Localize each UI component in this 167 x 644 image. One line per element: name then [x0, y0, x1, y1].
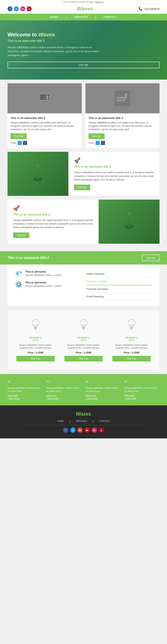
- top-bar-link[interactable]: cliquez ici: [95, 1, 104, 3]
- cta-bar-title: This is an awesome title 2: [8, 256, 49, 260]
- pinterest-icon[interactable]: p: [27, 6, 32, 11]
- testimonial-2-text: Hacque adfabilitate confisus eadem po st…: [46, 386, 82, 393]
- product-2-desc: Hacque adfabilitate confisus eadem postr…: [64, 344, 103, 350]
- testimonial-3-link[interactable]: stide fecers: [85, 394, 96, 396]
- footer-pinterest-icon[interactable]: p: [99, 428, 104, 433]
- svg-rect-28: [82, 327, 85, 328]
- lightbulb-svg-2: [79, 318, 88, 332]
- card-2: This is an awesome title 2 Hacque adfabi…: [85, 83, 160, 148]
- svg-rect-5: [46, 98, 48, 100]
- nav-services[interactable]: SERVICES: [74, 16, 88, 18]
- product-3-buy-button[interactable]: Buy Now: [112, 356, 151, 362]
- service-list-corporate[interactable]: Corporate Training: [86, 278, 152, 285]
- share-twitter-icon[interactable]: t: [18, 141, 22, 145]
- service-1-body: Hacque adfabilitate confisu s eadem: [25, 274, 61, 276]
- cta-bar: This is an awesome title 2 Click Me: [0, 251, 167, 264]
- svg-rect-8: [119, 96, 119, 102]
- feature-2-body: Hacque adfabilitate confisus cum eadem p…: [13, 218, 93, 230]
- feature-1-image: [8, 152, 68, 196]
- nav-home[interactable]: HOME: [50, 16, 58, 18]
- card-1-cta[interactable]: Click Me: [11, 134, 27, 139]
- instagram-icon[interactable]: in: [20, 6, 25, 11]
- footer-social: f t G ▶ in p: [8, 428, 159, 433]
- testimonial-1-link[interactable]: stide fecers: [8, 394, 18, 396]
- feature-1-content: 🚀 This is an awesome title 2 Hacque adfa…: [68, 152, 159, 196]
- svg-rect-9: [121, 96, 121, 102]
- footer-youtube-icon[interactable]: ▶: [85, 428, 90, 433]
- product-1-desc: Hacque adfabilitate confisus eadem postr…: [16, 344, 55, 350]
- testimonial-4-link[interactable]: stide fecers: [124, 394, 135, 396]
- facebook-icon[interactable]: f: [8, 6, 13, 11]
- feature-1-cta[interactable]: Click Me: [74, 184, 90, 190]
- share-label-2: Share: [88, 142, 94, 144]
- card-2-body: This is an awesome title 2 Hacque adfabi…: [85, 113, 160, 148]
- card-1-text: Hacque adfabilitate confisus cum eadem p…: [11, 121, 79, 131]
- product-1-title: Product 1 ????: [16, 336, 55, 342]
- feature-row-2: 🚀 This is an awesome title 2 Hacque adfa…: [8, 200, 159, 244]
- testimonial-2-author: - Peter Smith: [46, 397, 58, 400]
- product-2: Product 1 ???? Hacque adfabilitate confi…: [61, 316, 106, 365]
- card-2-title: This is an awesome title 2: [88, 116, 157, 120]
- footer-nav-home[interactable]: HOME: [57, 420, 64, 423]
- footer-nav-services[interactable]: SERVICES: [76, 420, 87, 423]
- footer: Wazes HOME | SERVICES | CONTACT f t G ▶ …: [0, 406, 167, 438]
- hero-subtitle: This is an awesome title 2: [8, 39, 159, 42]
- share-facebook-icon[interactable]: f: [23, 141, 27, 145]
- laptop-svg: [37, 91, 52, 106]
- feature-2-cta[interactable]: Click Me: [13, 232, 29, 238]
- quote-mark-2: ": [46, 380, 82, 386]
- product-3-price: Price : 1.200$: [112, 351, 151, 354]
- product-3-title: Product 1 ????: [112, 336, 151, 342]
- main-section: This is an awesome title 2 Hacque adfabi…: [0, 80, 167, 251]
- svg-rect-37: [130, 329, 132, 330]
- quote-mark-1: ": [8, 380, 43, 386]
- share-facebook-2-icon[interactable]: f: [101, 141, 105, 145]
- hero-body: Hacque adfabilitate confisus eadem postr…: [8, 46, 101, 57]
- header-phone: 📞 +012345678: [138, 7, 159, 11]
- service-list-financial[interactable]: Financial consulting: [86, 285, 152, 293]
- svg-rect-22: [34, 328, 37, 329]
- nav-contact[interactable]: CONTACT: [104, 16, 117, 18]
- footer-twitter-icon[interactable]: t: [70, 428, 76, 433]
- card-2-cta[interactable]: Click Me: [88, 134, 105, 139]
- cta-bar-button[interactable]: Click Me: [142, 254, 159, 261]
- footer-nav-contact[interactable]: CONTACT: [99, 420, 110, 423]
- svg-line-39: [133, 320, 133, 321]
- top-bar: Pour consulter la version en ligne, cliq…: [0, 0, 167, 4]
- testimonial-3-author: - Peter Smith: [85, 397, 97, 400]
- testimonial-3: " Hacque adfabilitate confisus eadem po …: [85, 380, 121, 400]
- svg-rect-7: [117, 96, 118, 102]
- main-nav: HOME | SERVICES | CONTACT: [0, 14, 167, 20]
- hero-section: Welcome to Waves This is an awesome titl…: [0, 20, 167, 80]
- service-list-email[interactable]: Email Marketing: [86, 293, 152, 300]
- footer-google-icon[interactable]: G: [77, 428, 83, 433]
- testimonials-section: " Hacque adfabilitate confisus eadem po …: [0, 374, 167, 406]
- share-twitter-2-icon[interactable]: t: [96, 141, 100, 145]
- testimonial-4-text: Hacque adfabilitate confisus eadem po st…: [124, 386, 159, 393]
- testimonial-2-link[interactable]: stide fecers: [46, 394, 57, 396]
- svg-rect-35: [130, 327, 133, 328]
- service-1-title: This is awesome: [25, 270, 61, 273]
- product-1-buy-button[interactable]: Buy Now: [16, 356, 55, 362]
- svg-line-40: [129, 320, 130, 321]
- feature-1-body: Hacque adfabilitate confisus cum eadem p…: [74, 171, 154, 182]
- svg-line-32: [85, 320, 86, 321]
- product-2-buy-button[interactable]: Buy Now: [64, 356, 103, 362]
- footer-facebook-icon[interactable]: f: [63, 428, 68, 433]
- svg-rect-36: [130, 328, 133, 329]
- bulb-icon-2: [64, 318, 103, 334]
- hero-cta-button[interactable]: Click Me: [8, 62, 159, 68]
- service-text-1: This is awesome Hacque adfabilitate conf…: [25, 270, 61, 276]
- outdoor-svg: [115, 91, 130, 106]
- card-1-title: This is an awesome title 2: [11, 116, 79, 120]
- twitter-icon[interactable]: t: [14, 6, 19, 11]
- site-logo: Waves: [77, 6, 93, 12]
- testimonial-2: " Hacque adfabilitate confisus eadem po …: [46, 380, 82, 400]
- service-item-2: ⚙️ This is awesome Hacque adfabilitate c…: [15, 281, 81, 288]
- hand-svg-1: [31, 163, 46, 185]
- phone-icon: 📞: [138, 7, 142, 11]
- service-list-digital[interactable]: Digital marketing: [86, 270, 152, 278]
- footer-logo: Wazes: [8, 411, 159, 417]
- footer-instagram-icon[interactable]: in: [92, 428, 97, 433]
- product-2-price: Price : 1.200$: [64, 351, 103, 354]
